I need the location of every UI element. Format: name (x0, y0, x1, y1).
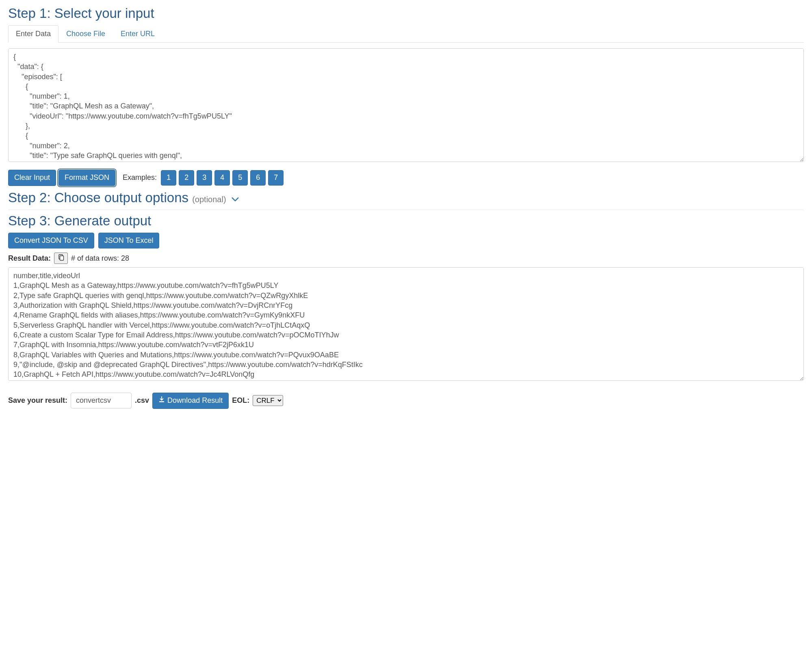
tab-enter-url[interactable]: Enter URL (113, 25, 162, 43)
tab-choose-file[interactable]: Choose File (58, 25, 113, 43)
step-2-section: Step 2: Choose output options (optional) (8, 190, 804, 205)
save-result-row: Save your result: .csv Download Result E… (8, 393, 804, 409)
example-3-button[interactable]: 3 (197, 170, 212, 186)
clear-input-button[interactable]: Clear Input (8, 170, 56, 186)
json-to-excel-button[interactable]: JSON To Excel (98, 233, 160, 249)
example-2-button[interactable]: 2 (179, 170, 194, 186)
row-count-text: # of data rows: 28 (71, 254, 129, 263)
copy-icon (58, 254, 64, 262)
examples-label: Examples: (123, 173, 157, 182)
filename-input[interactable] (71, 393, 132, 408)
svg-rect-1 (60, 256, 64, 260)
example-4-button[interactable]: 4 (214, 170, 230, 186)
step-3-title: Step 3: Generate output (8, 213, 804, 229)
convert-json-to-csv-button[interactable]: Convert JSON To CSV (8, 233, 94, 249)
svg-rect-2 (159, 401, 164, 402)
example-7-button[interactable]: 7 (268, 170, 284, 186)
input-tabs: Enter Data Choose File Enter URL (8, 25, 804, 43)
eol-label: EOL: (232, 396, 249, 405)
step-1-section: Step 1: Select your input Enter Data Cho… (8, 6, 804, 186)
example-6-button[interactable]: 6 (250, 170, 266, 186)
step-2-optional-text: (optional) (192, 195, 226, 204)
eol-select[interactable]: CRLF (253, 395, 283, 406)
download-result-label: Download Result (167, 396, 223, 405)
step-2-title: Step 2: Choose output options (optional) (8, 190, 804, 205)
example-5-button[interactable]: 5 (232, 170, 248, 186)
download-result-button[interactable]: Download Result (152, 393, 229, 409)
divider (8, 210, 804, 210)
csv-output-textarea[interactable] (8, 267, 804, 381)
save-result-label: Save your result: (8, 396, 67, 405)
format-json-button[interactable]: Format JSON (58, 170, 115, 186)
tab-enter-data[interactable]: Enter Data (8, 25, 58, 43)
result-header-row: Result Data: # of data rows: 28 (8, 253, 804, 264)
step-3-section: Step 3: Generate output Convert JSON To … (8, 213, 804, 409)
json-input-textarea[interactable] (8, 48, 804, 162)
step-3-buttons: Convert JSON To CSV JSON To Excel (8, 233, 804, 249)
download-icon (158, 396, 165, 405)
step-1-title: Step 1: Select your input (8, 6, 804, 21)
example-1-button[interactable]: 1 (161, 170, 176, 186)
step-2-title-text: Step 2: Choose output options (8, 190, 188, 205)
result-data-label: Result Data: (8, 254, 51, 263)
file-extension-text: .csv (135, 396, 149, 405)
copy-result-button[interactable] (54, 253, 68, 264)
step-1-toolbar: Clear Input Format JSON Examples: 1 2 3 … (8, 170, 804, 186)
chevron-down-icon[interactable] (232, 195, 239, 204)
